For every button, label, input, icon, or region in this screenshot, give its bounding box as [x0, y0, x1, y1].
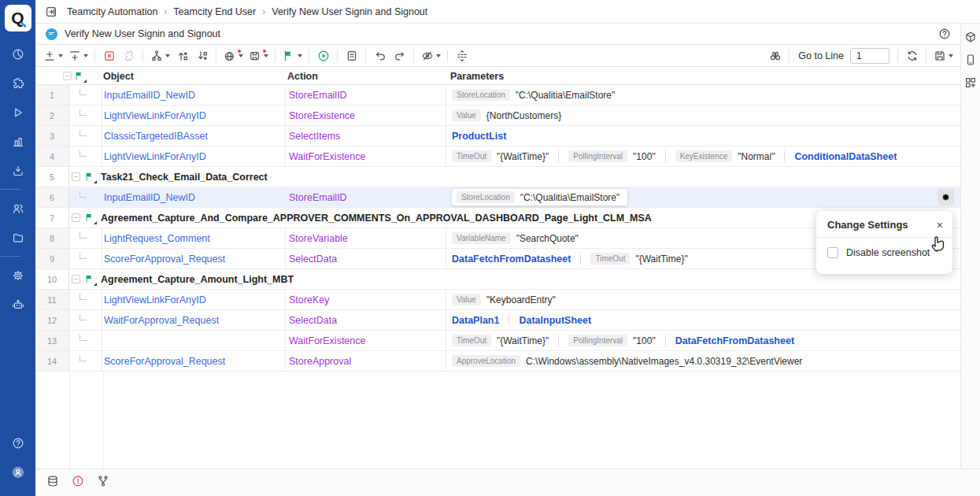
sidebar-item-users[interactable]: [0, 194, 35, 223]
mobile-button[interactable]: [964, 54, 977, 69]
collapse-button[interactable]: [452, 47, 472, 65]
testlab-button[interactable]: [964, 31, 977, 46]
param-datasheet-link[interactable]: ConditionalDataSheet: [794, 151, 897, 162]
action-link[interactable]: SelectData: [289, 254, 337, 265]
chevron-right-icon: ›: [262, 6, 265, 17]
panel-toggle-icon[interactable]: [45, 6, 57, 18]
flag-button[interactable]: [279, 47, 305, 65]
task-flag-icon[interactable]: [84, 273, 95, 285]
object-link[interactable]: ScoreForApproval_Request: [104, 356, 225, 367]
object-link[interactable]: ScoreForApproval_Request: [104, 254, 225, 265]
action-link[interactable]: SelectData: [289, 315, 337, 326]
redo-button[interactable]: [390, 47, 409, 65]
insert-below-button[interactable]: [65, 47, 91, 65]
action-link[interactable]: StoreEmailID: [289, 192, 347, 203]
param-datasheet-link[interactable]: ProductList: [452, 131, 506, 142]
save-button[interactable]: [930, 47, 956, 65]
param-datasheet-link[interactable]: DataFetchFromDatasheet: [452, 254, 571, 265]
param-field[interactable]: Value"KeyboardEntry": [452, 294, 556, 305]
hide-button[interactable]: [418, 47, 443, 65]
alert-button[interactable]: [72, 475, 84, 490]
database-button[interactable]: [46, 475, 59, 490]
task-flag-icon[interactable]: [84, 171, 95, 183]
sidebar-item-profile[interactable]: [0, 457, 35, 487]
breadcrumb-item[interactable]: Teamcity Automation: [67, 6, 157, 17]
sidebar-item-dashboard[interactable]: [0, 39, 35, 68]
sidebar-item-repository[interactable]: [0, 223, 35, 252]
param-field[interactable]: KeyExistence"Normal": [675, 150, 775, 162]
task-name[interactable]: Task21_Check_Email_Data_Correct: [101, 172, 268, 183]
sync-button[interactable]: [902, 47, 922, 65]
move-down-button[interactable]: [192, 47, 212, 65]
form-button[interactable]: [342, 47, 361, 65]
action-link[interactable]: WaitForExistence: [289, 151, 365, 162]
action-link[interactable]: SelectItems: [289, 131, 340, 142]
goto-line-input[interactable]: [850, 48, 889, 64]
object-link[interactable]: ClassicTargetedIBAsset: [104, 131, 208, 142]
delete-step-button[interactable]: [99, 47, 119, 65]
param-field[interactable]: TimeOut"{WaitTime}": [452, 335, 549, 346]
param-datasheet-link[interactable]: DataInputSheet: [519, 315, 591, 326]
run-step-button[interactable]: [313, 47, 333, 65]
step-row: 11 LightViewLinkForAnyID StoreKey Value"…: [35, 290, 960, 310]
flow-button[interactable]: [147, 47, 172, 65]
param-field[interactable]: ApproveLocationC:\Windows\assembly\Nativ…: [452, 355, 802, 367]
find-button[interactable]: [765, 47, 785, 65]
unlink-button[interactable]: [119, 47, 139, 65]
disable-screenshot-checkbox[interactable]: [827, 247, 838, 258]
param-field[interactable]: Value{NorthCustomers}: [452, 109, 561, 121]
collapse-task-button[interactable]: [72, 275, 80, 283]
sidebar-item-help[interactable]: [0, 428, 35, 457]
action-link[interactable]: WaitForExistence: [289, 335, 365, 346]
step-settings-button[interactable]: [937, 189, 954, 205]
sidebar-item-reports[interactable]: [0, 127, 35, 156]
task-name[interactable]: Agreement_Capture_And_Compare_APPROVER_C…: [101, 213, 652, 224]
object-link[interactable]: InputEmailID_NewID: [104, 192, 195, 203]
sidebar-item-settings[interactable]: [0, 261, 35, 290]
app-logo[interactable]: Q: [5, 5, 31, 31]
task-name[interactable]: Agreement_Capture_Amount_Light_MBT: [101, 274, 294, 285]
param-field[interactable]: StoreLocation"C:\Qualitia\EmailStore": [452, 89, 615, 101]
object-link[interactable]: LightViewLinkForAnyID: [104, 294, 206, 305]
param-field[interactable]: TimeOut"{WaitTime}": [590, 253, 687, 265]
object-link[interactable]: WaitForApproval_Request: [104, 315, 219, 326]
param-field[interactable]: VariableName"SearchQuote": [452, 232, 579, 244]
grid-add-button[interactable]: [964, 76, 977, 92]
param-field[interactable]: StoreLocation"C:\Qualitia\EmailStore": [457, 191, 619, 203]
action-link[interactable]: StoreKey: [289, 294, 329, 305]
action-link[interactable]: StoreApproval: [289, 356, 351, 367]
move-up-button[interactable]: [172, 47, 192, 65]
insert-above-button[interactable]: [40, 47, 65, 65]
param-field[interactable]: PollingInterval"100": [568, 335, 655, 346]
sidebar-item-import[interactable]: [0, 156, 35, 185]
close-icon[interactable]: ×: [937, 220, 943, 231]
branch-button[interactable]: [97, 475, 109, 490]
object-link[interactable]: InputEmailID_NewID: [104, 90, 195, 101]
sidebar-item-run[interactable]: [0, 98, 35, 127]
collapse-task-button[interactable]: [72, 213, 80, 222]
sidebar-item-bot[interactable]: [0, 290, 35, 319]
action-link[interactable]: StoreExistence: [289, 110, 355, 121]
param-datasheet-link[interactable]: DataPlan1: [452, 315, 499, 326]
task-flag-icon[interactable]: [84, 212, 95, 224]
help-circle-icon[interactable]: [938, 28, 951, 40]
web-button[interactable]: [220, 47, 246, 65]
device-card-button[interactable]: [246, 47, 271, 65]
profile-icon: [12, 466, 24, 479]
sidebar-item-puzzle[interactable]: [0, 68, 35, 98]
object-link[interactable]: LightViewLinkForAnyID: [104, 151, 206, 162]
object-link[interactable]: LightViewLinkForAnyID: [104, 110, 206, 121]
action-link[interactable]: StoreVariable: [289, 233, 348, 244]
param-field[interactable]: PollingInterval"100": [568, 150, 655, 162]
object-link[interactable]: LightRequest_Comment: [104, 233, 210, 244]
select-all-checkbox[interactable]: [63, 72, 72, 80]
param-pill[interactable]: StoreLocation"C:\Qualitia\EmailStore": [452, 189, 627, 205]
breadcrumb-item[interactable]: Teamcity End User: [173, 6, 256, 17]
chevron-down-icon: [239, 54, 243, 57]
undo-button[interactable]: [370, 47, 390, 65]
flag-column-icon[interactable]: [74, 70, 85, 82]
param-datasheet-link[interactable]: DataFetchFromDatasheet: [675, 335, 794, 346]
param-field[interactable]: TimeOut"{WaitTime}": [452, 150, 549, 162]
action-link[interactable]: StoreEmailID: [289, 90, 347, 101]
collapse-task-button[interactable]: [72, 172, 80, 181]
